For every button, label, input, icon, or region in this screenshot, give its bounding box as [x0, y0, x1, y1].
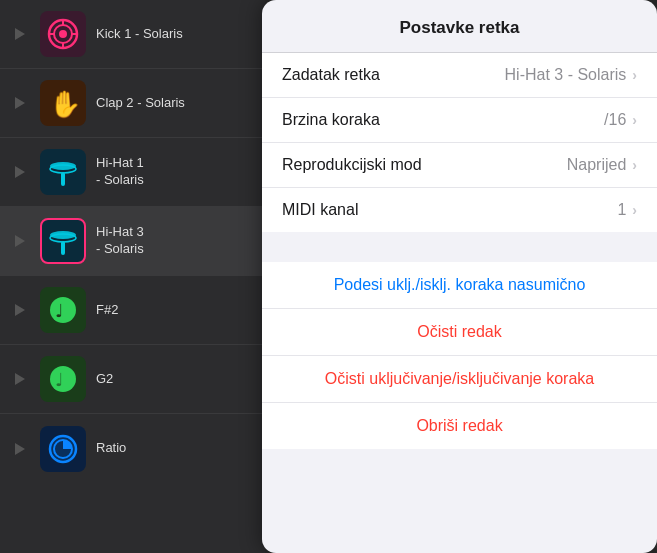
play-triangle-hihat3	[15, 235, 25, 247]
track-icon-g2: ♩	[40, 356, 86, 402]
track-name-ratio: Ratio	[96, 440, 255, 457]
settings-panel: Postavke retka Zadatak retka Hi-Hat 3 - …	[262, 0, 657, 553]
play-button-hihat1[interactable]	[10, 162, 30, 182]
play-button-kick[interactable]	[10, 24, 30, 44]
play-triangle-hihat1	[15, 166, 25, 178]
settings-row-zadatak[interactable]: Zadatak retka Hi-Hat 3 - Solaris ›	[262, 53, 657, 98]
track-name-hihat3: Hi-Hat 3 - Solaris	[96, 224, 255, 258]
settings-value-zadatak: Hi-Hat 3 - Solaris	[505, 66, 627, 84]
track-item-f2[interactable]: ♩ F#2	[0, 276, 265, 345]
svg-point-16	[50, 366, 76, 392]
clap-icon: ✋	[45, 85, 81, 121]
svg-text:✋: ✋	[49, 88, 81, 120]
chevron-reprodukcijski: ›	[632, 157, 637, 173]
play-triangle-clap	[15, 97, 25, 109]
track-icon-f2: ♩	[40, 287, 86, 333]
track-icon-hihat3	[40, 218, 86, 264]
svg-point-2	[59, 30, 67, 38]
play-button-ratio[interactable]	[10, 439, 30, 459]
track-item-hihat1[interactable]: Hi-Hat 1 - Solaris	[0, 138, 265, 207]
settings-actions-group: Podesi uklj./isklj. koraka nasumično Oči…	[262, 262, 657, 449]
svg-rect-10	[61, 172, 65, 186]
track-item-ratio[interactable]: Ratio	[0, 414, 265, 483]
settings-rows-group: Zadatak retka Hi-Hat 3 - Solaris › Brzin…	[262, 53, 657, 232]
track-item-g2[interactable]: ♩ G2	[0, 345, 265, 414]
svg-point-14	[50, 297, 76, 323]
settings-row-midi[interactable]: MIDI kanal 1 ›	[262, 188, 657, 232]
track-name-g2: G2	[96, 371, 255, 388]
settings-value-midi: 1	[617, 201, 626, 219]
settings-label-reprodukcijski: Reprodukcijski mod	[282, 156, 567, 174]
track-name-hihat1: Hi-Hat 1 - Solaris	[96, 155, 255, 189]
action-ocisti-button[interactable]: Očisti redak	[262, 309, 657, 356]
kick-icon	[45, 16, 81, 52]
play-button-hihat3[interactable]	[10, 231, 30, 251]
track-name-clap: Clap 2 - Solaris	[96, 95, 255, 112]
play-triangle-kick	[15, 28, 25, 40]
chevron-midi: ›	[632, 202, 637, 218]
settings-label-brzina: Brzina koraka	[282, 111, 604, 129]
action-obrisi-button[interactable]: Obriši redak	[262, 403, 657, 449]
action-podesi-button[interactable]: Podesi uklj./isklj. koraka nasumično	[262, 262, 657, 309]
track-list: Kick 1 - Solaris ✋ Clap 2 - Solaris H	[0, 0, 265, 553]
track-name-f2: F#2	[96, 302, 255, 319]
note-g2-icon: ♩	[45, 361, 81, 397]
settings-label-zadatak: Zadatak retka	[282, 66, 505, 84]
play-button-g2[interactable]	[10, 369, 30, 389]
track-item-clap[interactable]: ✋ Clap 2 - Solaris	[0, 69, 265, 138]
settings-row-brzina[interactable]: Brzina koraka /16 ›	[262, 98, 657, 143]
svg-text:♩: ♩	[55, 301, 63, 321]
note-f2-icon: ♩	[45, 292, 81, 328]
play-triangle-ratio	[15, 443, 25, 455]
play-button-clap[interactable]	[10, 93, 30, 113]
hihat3-icon	[45, 223, 81, 259]
hihat1-icon	[45, 154, 81, 190]
settings-divider	[262, 232, 657, 262]
chevron-zadatak: ›	[632, 67, 637, 83]
track-icon-hihat1	[40, 149, 86, 195]
action-ocisti-ukljucivanje-button[interactable]: Očisti uključivanje/isključivanje koraka	[262, 356, 657, 403]
settings-label-midi: MIDI kanal	[282, 201, 617, 219]
chevron-brzina: ›	[632, 112, 637, 128]
settings-value-brzina: /16	[604, 111, 626, 129]
settings-title: Postavke retka	[262, 0, 657, 53]
track-icon-clap: ✋	[40, 80, 86, 126]
track-item-kick[interactable]: Kick 1 - Solaris	[0, 0, 265, 69]
ratio-icon	[45, 431, 81, 467]
track-item-hihat3[interactable]: Hi-Hat 3 - Solaris	[0, 207, 265, 276]
play-triangle-f2	[15, 304, 25, 316]
svg-rect-13	[61, 241, 65, 255]
settings-row-reprodukcijski[interactable]: Reprodukcijski mod Naprijed ›	[262, 143, 657, 188]
play-button-f2[interactable]	[10, 300, 30, 320]
play-triangle-g2	[15, 373, 25, 385]
svg-text:♩: ♩	[55, 370, 63, 390]
track-icon-ratio	[40, 426, 86, 472]
track-name-kick: Kick 1 - Solaris	[96, 26, 255, 43]
settings-value-reprodukcijski: Naprijed	[567, 156, 627, 174]
track-icon-kick	[40, 11, 86, 57]
